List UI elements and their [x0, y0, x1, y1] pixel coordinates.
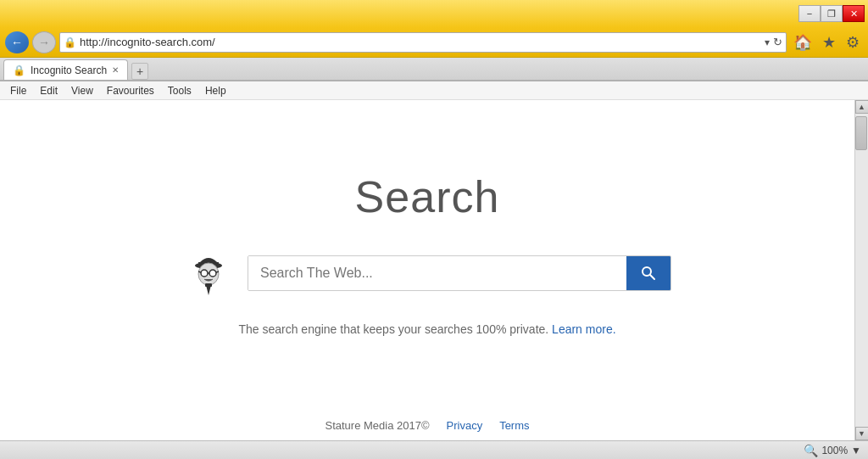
zoom-level: 100% [821, 445, 848, 456]
address-bar: 🔒 ▾ ↻ [59, 32, 787, 53]
svg-rect-8 [205, 283, 212, 287]
menu-tools[interactable]: Tools [161, 81, 198, 99]
svg-point-4 [209, 270, 216, 277]
scroll-down-button[interactable]: ▼ [855, 427, 869, 440]
learn-more-link[interactable]: Learn more. [552, 322, 615, 336]
title-bar: − ❐ ✕ [0, 0, 868, 27]
page-footer: Stature Media 2017© Privacy Terms [0, 419, 854, 432]
window-controls: − ❐ ✕ [798, 5, 865, 22]
menu-edit[interactable]: Edit [33, 81, 64, 99]
browser-window: − ❐ ✕ ← → 🔒 ▾ ↻ 🏠 ★ ⚙ 🔒 Incognito Search… [0, 0, 868, 459]
search-tagline: The search engine that keeps your search… [238, 322, 615, 336]
menu-view[interactable]: View [64, 81, 100, 99]
browser-tab-incognito[interactable]: 🔒 Incognito Search ✕ [3, 59, 128, 80]
home-icon[interactable]: 🏠 [790, 33, 815, 52]
tab-close-button[interactable]: ✕ [112, 65, 119, 75]
tagline-text: The search engine that keeps your search… [238, 322, 548, 336]
favorites-icon[interactable]: ★ [819, 33, 839, 52]
address-search-button[interactable]: ▾ [765, 36, 770, 48]
close-button[interactable]: ✕ [843, 5, 865, 22]
restore-button[interactable]: ❐ [821, 5, 843, 22]
copyright-text: Stature Media 2017© [325, 419, 429, 432]
menu-favourites[interactable]: Favourites [100, 81, 161, 99]
menu-help[interactable]: Help [198, 81, 233, 99]
search-button[interactable] [626, 255, 670, 291]
search-row [183, 248, 671, 299]
security-icon: 🔒 [64, 36, 76, 48]
browser-content: Search [0, 100, 868, 440]
scroll-thumb[interactable] [855, 116, 867, 150]
search-box-wrapper [248, 255, 671, 291]
page-area: Search [0, 100, 854, 440]
back-button[interactable]: ← [5, 31, 29, 53]
scroll-track[interactable] [855, 114, 868, 427]
logo-icon [184, 249, 233, 298]
tab-bar: 🔒 Incognito Search ✕ + [0, 58, 868, 81]
svg-point-3 [201, 270, 208, 277]
navigation-bar: ← → 🔒 ▾ ↻ 🏠 ★ ⚙ [0, 27, 868, 58]
svg-line-6 [198, 271, 201, 272]
tab-icon: 🔒 [13, 64, 25, 76]
scroll-up-button[interactable]: ▲ [855, 100, 869, 114]
svg-line-10 [650, 275, 654, 279]
terms-link[interactable]: Terms [499, 419, 529, 432]
privacy-link[interactable]: Privacy [447, 419, 483, 432]
vertical-scrollbar: ▲ ▼ [854, 100, 868, 440]
forward-button[interactable]: → [32, 31, 56, 53]
search-input[interactable] [248, 256, 626, 290]
menu-file[interactable]: File [3, 81, 33, 99]
address-input[interactable] [80, 36, 761, 48]
zoom-dropdown-icon[interactable]: ▼ [851, 445, 861, 456]
settings-icon[interactable]: ⚙ [843, 33, 863, 52]
svg-line-7 [216, 271, 219, 272]
refresh-button[interactable]: ↻ [773, 36, 782, 48]
minimize-button[interactable]: − [798, 5, 821, 22]
tab-label: Incognito Search [31, 64, 107, 76]
zoom-icon: 🔍 [804, 444, 818, 457]
status-bar: 🔍 100% ▼ [0, 440, 868, 459]
incognito-logo [183, 248, 234, 299]
menu-bar: File Edit View Favourites Tools Help [0, 81, 868, 100]
search-submit-icon [641, 266, 656, 281]
page-title: Search [355, 171, 500, 222]
new-tab-button[interactable]: + [131, 63, 148, 80]
